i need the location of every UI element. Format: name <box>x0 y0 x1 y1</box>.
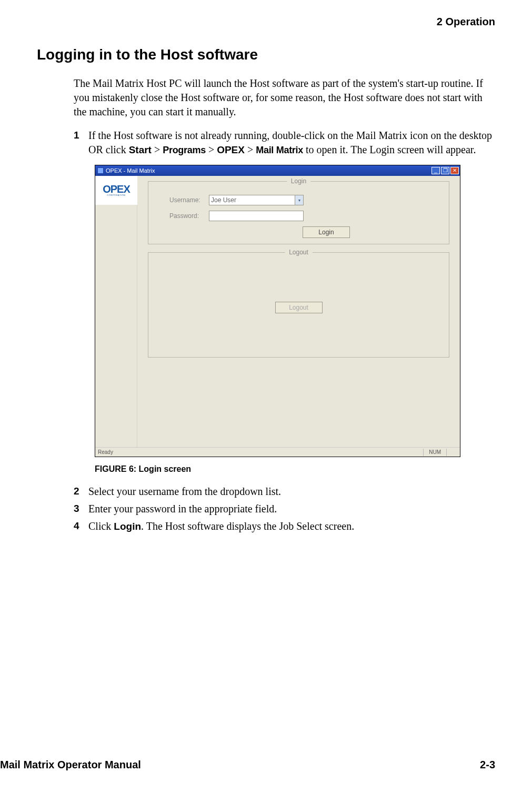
figure-caption: FIGURE 6: Login screen <box>95 464 460 474</box>
step-1-text: If the Host software is not already runn… <box>88 128 495 157</box>
step-4: 4 Click Login. The Host software display… <box>74 519 495 533</box>
step-number: 1 <box>74 128 88 157</box>
status-grip <box>446 449 457 456</box>
footer-left: Mail Matrix Operator Manual <box>0 759 141 771</box>
logo: OPEX CORPORATION <box>95 176 137 205</box>
logo-text: OPEX <box>103 184 130 194</box>
logout-legend: Logout <box>285 249 313 256</box>
footer-right: 2-3 <box>480 759 495 771</box>
username-value: Joe User <box>209 196 295 204</box>
step-number: 3 <box>74 502 88 516</box>
status-ready: Ready <box>98 449 423 455</box>
step-number: 4 <box>74 519 88 533</box>
logout-button[interactable]: Logout <box>275 302 323 313</box>
app-window: OPEX - Mail Matrix _ ❐ ✕ OPEX CORPORATIO… <box>95 165 460 457</box>
step-1: 1 If the Host software is not already ru… <box>74 128 495 157</box>
chevron-down-icon[interactable]: ▾ <box>295 195 303 205</box>
figure-6: OPEX - Mail Matrix _ ❐ ✕ OPEX CORPORATIO… <box>95 165 460 474</box>
intro-paragraph: The Mail Matrix Host PC will launch the … <box>74 76 495 119</box>
chapter-header: 2 Operation <box>37 16 495 28</box>
login-button[interactable]: Login <box>303 226 350 238</box>
close-button[interactable]: ✕ <box>450 167 459 174</box>
username-label: Username: <box>169 196 209 204</box>
maximize-button[interactable]: ❐ <box>441 167 449 174</box>
window-title: OPEX - Mail Matrix <box>106 167 431 174</box>
step-2: 2 Select your username from the dropdown… <box>74 484 495 499</box>
sidebar: OPEX CORPORATION <box>95 176 137 447</box>
logo-subtext: CORPORATION <box>107 194 126 196</box>
titlebar: OPEX - Mail Matrix _ ❐ ✕ <box>95 165 460 176</box>
step-4-text: Click Login. The Host software displays … <box>88 519 495 533</box>
password-label: Password: <box>169 212 209 220</box>
minimize-button[interactable]: _ <box>431 167 440 174</box>
status-num: NUM <box>423 449 446 456</box>
app-icon <box>97 167 104 174</box>
login-legend: Login <box>287 177 310 185</box>
section-title: Logging in to the Host software <box>37 46 495 63</box>
password-field[interactable] <box>209 211 304 221</box>
statusbar: Ready NUM <box>95 447 460 457</box>
login-group: Login Username: Joe User ▾ Password: <box>148 181 449 244</box>
username-dropdown[interactable]: Joe User ▾ <box>209 195 304 205</box>
step-3-text: Enter your password in the appropriate f… <box>88 502 495 516</box>
logout-group: Logout Logout <box>148 252 449 358</box>
step-2-text: Select your username from the dropdown l… <box>88 484 495 499</box>
step-3: 3 Enter your password in the appropriate… <box>74 502 495 516</box>
step-number: 2 <box>74 484 88 499</box>
